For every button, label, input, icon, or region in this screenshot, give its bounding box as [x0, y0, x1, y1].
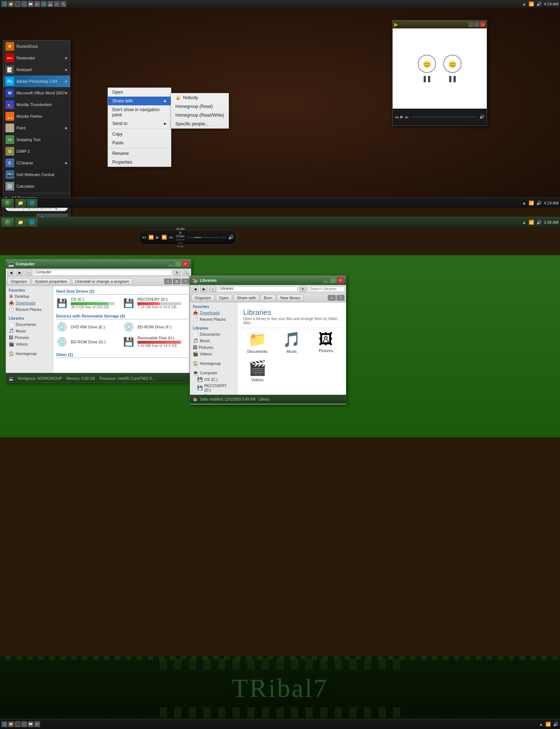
computer-address-input[interactable]: Computer	[34, 270, 172, 276]
lib-computer[interactable]: 💻 Computer	[191, 370, 236, 376]
context-copy[interactable]: Copy	[108, 130, 171, 139]
mini-progress-bar[interactable]	[194, 237, 219, 238]
media-prev-btn[interactable]: ⏮	[395, 115, 399, 119]
up-btn[interactable]: ↑	[25, 269, 32, 276]
sidebar-downloads[interactable]: 📥 Downloads	[7, 300, 51, 306]
media-close-button[interactable]: ✕	[480, 22, 485, 27]
sidebar-pictures[interactable]: 🖼 Pictures	[7, 334, 51, 341]
taskbar-item-second-folder[interactable]: 📁	[15, 218, 26, 226]
drive-g[interactable]: 💿 BD-ROM Drive (G:)	[56, 335, 121, 349]
sidebar-homegroup[interactable]: 🏠 Homegroup	[7, 350, 51, 357]
start-button-top[interactable]	[1, 199, 14, 207]
final-icon-6[interactable]: 🔊	[34, 721, 40, 727]
lib-sidebar-music[interactable]: 🎵 Music	[191, 338, 236, 344]
context-share-with[interactable]: Share with ▶	[108, 97, 171, 105]
lib-forward-btn[interactable]: ▶	[200, 286, 207, 292]
lib-organize-btn[interactable]: Organize	[191, 295, 214, 301]
menu-item-notepad[interactable]: 📝 Notepad ▶	[3, 64, 70, 75]
taskbar-icon-7[interactable]: 🌐	[41, 1, 47, 7]
menu-item-dell-webcam[interactable]: 📷 Dell Webcam Central	[3, 169, 70, 180]
taskbar-icon-10[interactable]: 🔧	[61, 1, 66, 7]
context-open[interactable]: Open	[108, 88, 171, 97]
sidebar-recent[interactable]: 🕐 Recent Places	[7, 306, 51, 313]
share-specific-people[interactable]: Specific people...	[171, 120, 229, 128]
lib-drive-c[interactable]: 💾 OS (C:)	[191, 376, 236, 383]
media-next-btn[interactable]: ⏭	[405, 115, 409, 119]
lib-sidebar-downloads[interactable]: 📥 Downloads	[191, 309, 236, 316]
lib-sidebar-recent[interactable]: 🕐 Recent Places	[191, 316, 236, 323]
sidebar-desktop[interactable]: 🖥 Desktop	[7, 293, 51, 300]
libraries-maximize-btn[interactable]: □	[330, 277, 337, 283]
menu-item-gimp[interactable]: G GIMP 2	[3, 145, 70, 157]
organize-btn[interactable]: Organize	[7, 278, 30, 285]
taskbar-item-second-browser[interactable]: 🌐	[27, 218, 37, 226]
mini-play-btn[interactable]: ▶	[156, 235, 159, 240]
lib-icon-videos[interactable]: 🎬 Videos	[242, 358, 273, 383]
taskbar-icon-1[interactable]: 🌐	[1, 1, 7, 7]
drive-h[interactable]: 💾 Removable Disk (H:) 5.49 MB free of 14…	[123, 335, 188, 349]
notif-arrow-second[interactable]: ▲	[522, 220, 526, 225]
media-minimize-button[interactable]: _	[468, 22, 474, 27]
mini-forward-btn[interactable]: ⏩	[162, 235, 167, 240]
lib-up-btn[interactable]: ↑	[209, 286, 216, 292]
taskbar-icon-9[interactable]: 🎮	[54, 1, 60, 7]
final-icon-2[interactable]: 📁	[8, 721, 14, 727]
media-progress-bar[interactable]	[412, 116, 477, 117]
menu-item-photoshop[interactable]: Ps Adobe Photoshop CS4 ▶	[3, 75, 70, 87]
share-homegroup-rw[interactable]: Homegroup (Read/Write)	[171, 111, 229, 120]
taskbar-icon-5[interactable]: 📧	[28, 1, 34, 7]
media-volume-btn[interactable]: 🔊	[479, 114, 485, 119]
libraries-close-btn[interactable]: ✕	[337, 277, 344, 283]
share-nobody[interactable]: 🔒 Nobody	[171, 93, 229, 102]
menu-item-firefox[interactable]: 🦊 Mozilla Firefox	[3, 110, 70, 122]
media-play-btn[interactable]: ▶	[400, 114, 403, 119]
lib-new-library-btn[interactable]: New library	[277, 295, 304, 301]
lib-view-btn[interactable]: ≡	[328, 295, 336, 301]
menu-item-restorator[interactable]: Res Restorator ▶	[3, 52, 70, 64]
taskbar-icon-4[interactable]: 🎵	[21, 1, 27, 7]
lib-back-btn[interactable]: ◀	[191, 286, 199, 292]
view-tiles-btn[interactable]: ≡	[164, 278, 172, 284]
drive-f[interactable]: 💿 BD-ROM Drive (F:)	[123, 321, 188, 333]
forward-btn[interactable]: ▶	[16, 269, 23, 276]
mini-prev-btn[interactable]: ⏮	[142, 235, 146, 240]
lib-homegroup[interactable]: 🏠 Homegroup	[191, 360, 236, 367]
lib-open-btn[interactable]: Open	[216, 295, 232, 301]
menu-item-rocketdock[interactable]: R RocketDock	[3, 40, 70, 52]
view-icons-btn[interactable]: ⊞	[173, 278, 181, 284]
menu-item-thunderbird[interactable]: 🦅 Mozilla Thunderbird	[3, 99, 70, 110]
lib-icon-music[interactable]: 🎵 Music	[276, 330, 307, 355]
lib-share-btn[interactable]: Share with	[234, 295, 259, 301]
final-icon-3[interactable]: ⬛	[15, 721, 20, 727]
uninstall-btn[interactable]: Uninstall or change a program	[72, 278, 132, 285]
menu-item-ccleaner[interactable]: C CCleaner ▶	[3, 157, 70, 169]
final-icon-1[interactable]: 🌐	[1, 721, 7, 727]
lib-sidebar-videos[interactable]: 🎬 Videos	[191, 351, 236, 357]
context-paste[interactable]: Paste	[108, 139, 171, 147]
lib-sidebar-docs[interactable]: 📄 Documents	[191, 331, 236, 338]
computer-close-btn[interactable]: ✕	[182, 261, 189, 267]
mini-back-btn[interactable]: ⏪	[148, 235, 154, 240]
menu-item-word[interactable]: W Microsoft Office Word 2007 ▶	[3, 87, 70, 99]
lib-sidebar-pics[interactable]: 🖼 Pictures	[191, 344, 236, 351]
lib-drive-d[interactable]: 💾 RECOVERY (D:)	[191, 383, 236, 393]
search-btn[interactable]: 🔍	[182, 269, 190, 276]
sidebar-videos[interactable]: 🎬 Videos	[7, 341, 51, 347]
sidebar-music[interactable]: 🎵 Music	[7, 328, 51, 334]
notif-arrow-icon[interactable]: ▲	[522, 1, 526, 7]
media-maximize-button[interactable]: □	[474, 22, 479, 27]
taskbar-icon-8[interactable]: 💻	[47, 1, 53, 7]
taskbar-icon-3[interactable]: ⬛	[15, 1, 20, 7]
start-button-second[interactable]	[1, 218, 14, 227]
final-icon-4[interactable]: 🎵	[21, 721, 27, 727]
context-rename[interactable]: Rename	[108, 149, 171, 158]
mini-next-btn[interactable]: ⏭	[169, 235, 174, 240]
menu-item-paint[interactable]: 🎨 Paint ▶	[3, 122, 70, 134]
back-btn[interactable]: ◀	[7, 269, 15, 276]
lib-help-btn[interactable]: ?	[337, 295, 345, 301]
refresh-btn[interactable]: ↻	[174, 269, 181, 276]
drive-d[interactable]: 💾 RECOVERY (D:) 7.16 GB free of 14.6 GB	[123, 296, 188, 310]
taskbar-icon-2[interactable]: 📁	[8, 1, 14, 7]
menu-item-calculator[interactable]: 🔢 Calculator	[3, 180, 70, 192]
taskbar-item-folder[interactable]: 📁	[15, 199, 26, 207]
